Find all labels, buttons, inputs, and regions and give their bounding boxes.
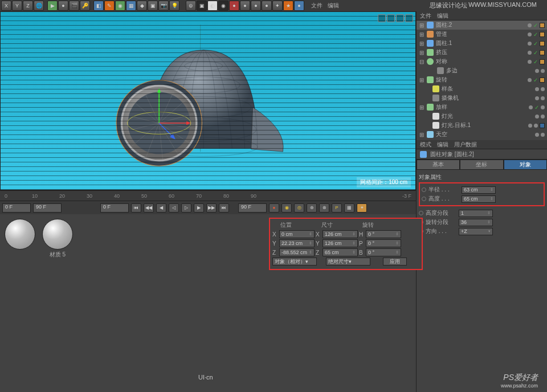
material-manager[interactable]: 材质 5 [0, 214, 217, 392]
key-pla-icon[interactable]: ▦ [344, 203, 354, 213]
shade2-icon[interactable]: ● [251, 1, 261, 11]
size-mode-select[interactable]: 绝对尺寸▾ [326, 258, 370, 266]
hseg-field[interactable]: 1⇕ [459, 210, 493, 217]
tab-object[interactable]: 对象 [504, 160, 547, 170]
object-manager[interactable]: ⊞圆柱.2✓ ⊞管道✓ ⊞圆柱.1✓ ⊞挤压✓ ⊟对称✓ 多边 ⊞旋转✓ 样条 … [417, 21, 547, 140]
tree-item[interactable]: 灯光 [417, 112, 547, 121]
record-icon[interactable]: ● [58, 1, 68, 11]
step-back-icon[interactable]: ◀◀ [144, 203, 154, 213]
bottom-area: 材质 5 位置 尺寸 旋转 X 0 cm⇕ X 126 cm⇕ H [0, 214, 416, 392]
globe-icon[interactable]: ● [294, 1, 304, 11]
attr-menu-user[interactable]: 用户数据 [454, 141, 477, 149]
render-settings-icon[interactable]: ● [229, 1, 239, 11]
rot-h-field[interactable]: 0 °⇕ [366, 230, 401, 238]
next-frame-icon[interactable]: ▶ [194, 203, 204, 213]
axis-z-button[interactable]: Z [23, 1, 33, 11]
key-param-icon[interactable]: P [332, 203, 342, 213]
light-icon[interactable]: 💡 [169, 1, 179, 11]
axis-y-button[interactable]: Y [12, 1, 22, 11]
pan-icon[interactable] [378, 14, 386, 22]
menu-file[interactable]: 文件 [311, 2, 323, 10]
render-active-icon[interactable]: ◐ [207, 1, 218, 11]
play-icon[interactable]: ▶ [47, 1, 58, 11]
pos-y-field[interactable]: 22.23 cm⇕ [279, 239, 315, 247]
tree-item[interactable]: ⊞挤压✓ [417, 48, 547, 57]
goto-start-icon[interactable]: ⏮ [131, 203, 141, 213]
record-key-icon[interactable]: ● [269, 203, 279, 213]
nurbs-icon[interactable]: ◉ [115, 1, 125, 11]
tree-item[interactable]: ⊟对称✓ [417, 57, 547, 66]
cube-icon[interactable]: ◧ [93, 1, 104, 11]
tree-item[interactable]: ⊞天空 [417, 130, 547, 139]
tree-item[interactable]: ⊞圆柱.2✓ [417, 21, 547, 30]
menu-edit[interactable]: 编辑 [437, 12, 448, 20]
coord-mode-select[interactable]: 对象（相对）▾ [272, 258, 317, 266]
prev-frame-icon[interactable]: ◀ [156, 203, 166, 213]
key-icon[interactable]: 🔑 [80, 1, 90, 11]
play-forward-icon[interactable]: ▷ [181, 203, 191, 213]
orbit-icon[interactable] [396, 14, 404, 22]
tree-item[interactable]: 灯光.目标.1 [417, 121, 547, 130]
tab-basic[interactable]: 基本 [417, 160, 460, 170]
start-frame-field[interactable]: 0 F [2, 203, 31, 213]
xyz-icon[interactable]: ✦ [272, 1, 283, 11]
menu-file[interactable]: 文件 [420, 12, 431, 20]
tree-item[interactable]: ⊞旋转✓ [417, 75, 547, 84]
tick: 30 [87, 193, 103, 199]
pos-x-field[interactable]: 0 cm⇕ [279, 230, 315, 238]
material-swatch[interactable] [42, 219, 73, 250]
tree-item[interactable]: 样条 [417, 84, 547, 93]
radius-field[interactable]: 63 cm⇕ [462, 186, 496, 194]
world-icon[interactable]: 🌐 [34, 1, 44, 11]
play-back-icon[interactable]: ◁ [169, 203, 179, 213]
tree-item[interactable]: 多边 [417, 66, 547, 75]
range-end-field[interactable]: 90 F [238, 203, 267, 213]
pos-z-field[interactable]: -88.552 cm⇕ [279, 248, 315, 256]
tree-item[interactable]: ⊞圆柱.1✓ [417, 39, 547, 48]
height-field[interactable]: 65 cm⇕ [462, 195, 496, 203]
end-frame-field[interactable]: 90 F [33, 203, 62, 213]
motion-icon[interactable]: ✦ [357, 203, 367, 213]
key-scale-icon[interactable]: ⊕ [307, 203, 317, 213]
key-pos-icon[interactable]: ◎ [294, 203, 304, 213]
rot-b-field[interactable]: 0 °⇕ [366, 248, 401, 256]
attr-menu-edit[interactable]: 编辑 [437, 141, 448, 149]
material-swatch[interactable] [5, 219, 35, 250]
current-frame-field[interactable]: 0 F [100, 203, 129, 213]
rot-p-field[interactable]: 0 °⇕ [366, 239, 401, 247]
size-y-field[interactable]: 126 cm⇕ [323, 239, 358, 247]
menu-edit[interactable]: 编辑 [328, 2, 339, 10]
zoom-icon[interactable] [387, 14, 395, 22]
array-icon[interactable]: ▦ [126, 1, 136, 11]
apply-button[interactable]: 应用 [383, 258, 407, 266]
autokey-icon[interactable]: ◉ [281, 203, 292, 213]
clapper-icon[interactable]: 🎬 [69, 1, 79, 11]
maximize-icon[interactable] [405, 14, 413, 22]
picture-viewer-icon[interactable]: ◉ [218, 1, 228, 11]
environment-icon[interactable]: ▣ [148, 1, 158, 11]
key-rot-icon[interactable]: ⊗ [319, 203, 329, 213]
dir-select[interactable]: +Z▾ [459, 228, 493, 235]
tree-item[interactable]: 摄像机 [417, 93, 547, 103]
step-forward-icon[interactable]: ▶▶ [206, 203, 217, 213]
timeline[interactable]: 0 10 20 30 40 50 60 70 80 90 -3 F [0, 190, 416, 201]
goto-end-icon[interactable]: ⏭ [219, 203, 229, 213]
tree-item[interactable]: ⊞放样✓ [417, 103, 547, 112]
viewport[interactable]: 网格间距：100 cm [0, 11, 416, 190]
shade1-icon[interactable]: ● [240, 1, 250, 11]
star-icon[interactable]: ★ [283, 1, 293, 11]
shade3-icon[interactable]: ● [262, 1, 272, 11]
camera-icon[interactable]: 📷 [158, 1, 169, 11]
tree-item[interactable]: ⊞管道✓ [417, 30, 547, 39]
rseg-field[interactable]: 36⇕ [459, 219, 493, 226]
attr-menu-mode[interactable]: 模式 [420, 141, 431, 149]
render-view-icon[interactable]: ⊚ [186, 1, 196, 11]
pen-icon[interactable]: ✎ [104, 1, 115, 11]
render-region-icon[interactable]: ▣ [197, 1, 207, 11]
deformer-icon[interactable]: ◆ [137, 1, 147, 11]
axis-x-button[interactable]: X [1, 1, 11, 11]
tab-coord[interactable]: 坐标 [460, 160, 503, 170]
axis-label: H [359, 231, 365, 238]
size-z-field[interactable]: 65 cm⇕ [323, 248, 358, 256]
size-x-field[interactable]: 126 cm⇕ [323, 230, 358, 238]
